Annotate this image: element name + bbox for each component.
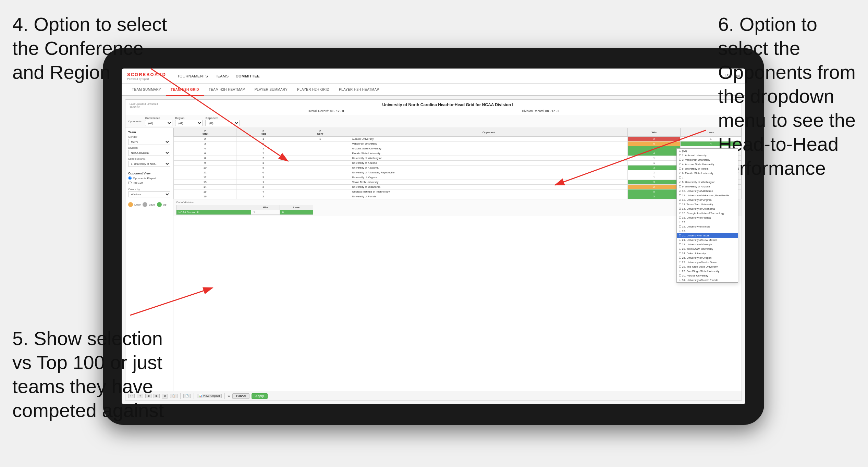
dropdown-item[interactable]: ☐ (All)	[677, 149, 738, 153]
table-row: 10 5 University of Alabama 3 0	[174, 165, 742, 170]
table-row: 3 2 Vanderbilt University 0 4	[174, 142, 742, 146]
col-rank: #Rank	[174, 128, 236, 137]
dropdown-item[interactable]: ☐ 23. Texas A&M University	[677, 247, 738, 251]
table-row: 2 1 1 Auburn University 2 1	[174, 137, 742, 142]
radio-opponents-played[interactable]: Opponents Played	[128, 176, 170, 180]
report-records: Overall Record: 89 - 17 - 0 Division Rec…	[130, 109, 737, 113]
table-body: 2 1 1 Auburn University 2 1 3 2 Vanderbi…	[174, 137, 742, 199]
filters-row: Opponents: Conference (All) Region (All)	[125, 115, 742, 128]
report-body: Team Gender Men's Division NCAA Division…	[125, 128, 742, 391]
legend-down-dot	[128, 202, 133, 207]
dropdown-item[interactable]: ☐ 18. University of Illinois	[677, 224, 738, 229]
table-header-row: #Rank #Reg #Conf Opponent Win Loss	[174, 128, 742, 137]
conference-select[interactable]: (All)	[145, 120, 172, 126]
opponent-select[interactable]: (All)	[205, 120, 240, 126]
tablet: SCOREBOARD Powered by Sport TOURNAMENTS …	[103, 48, 764, 425]
gender-select[interactable]: Men's	[128, 139, 170, 145]
col-win: Win	[628, 128, 681, 137]
dropdown-item[interactable]: ☐ 22. University of Georgia	[677, 242, 738, 247]
dropdown-item[interactable]: ☐ 28. The Ohio State University	[677, 265, 738, 269]
nav-teams[interactable]: TEAMS	[215, 74, 229, 78]
dropdown-item[interactable]: ☐ 9. University of Arizona	[677, 184, 738, 189]
tablet-screen: SCOREBOARD Powered by Sport TOURNAMENTS …	[122, 69, 745, 404]
tab-player-summary[interactable]: PLAYER SUMMARY	[250, 84, 293, 96]
report-container: Last Updated: 4/7/2024 16:55:38 Universi…	[125, 99, 742, 401]
dropdown-item[interactable]: ☐ 7.	[677, 175, 738, 180]
paste-button[interactable]: 📋	[170, 394, 178, 398]
col-reg: #Reg	[236, 128, 290, 137]
opponent-view-radio: Opponents Played Top 100	[128, 176, 170, 184]
dropdown-item[interactable]: ☑ 2. Auburn University	[677, 153, 738, 158]
dropdown-item[interactable]: ☐ 17.	[677, 220, 738, 224]
last-updated: Last Updated: 4/7/2024 16:55:38	[130, 102, 158, 109]
nav-tournaments[interactable]: TOURNAMENTS	[177, 74, 208, 78]
annotation-top-right: 6. Option toselect theOpponents fromthe …	[718, 12, 856, 180]
dropdown-item[interactable]: ☐ 11. University of Arkansas, Fayettevil…	[677, 193, 738, 198]
out-division-row: NCAA Division II 1 0	[176, 210, 313, 215]
clock-button[interactable]: 🕐	[183, 394, 191, 398]
table-row: 15 4 Georgia Institute of Technology 5 1	[174, 189, 742, 194]
apply-button[interactable]: Apply	[252, 393, 268, 399]
annotation-bottom-left: 5. Show selectionvs Top 100 or justteams…	[12, 327, 164, 422]
opponent-view-section: Opponent View Opponents Played Top 100	[128, 172, 170, 184]
team-section: Team Gender Men's Division NCAA Division…	[128, 131, 170, 168]
table-row: 13 1 Texas Tech University 3 0	[174, 180, 742, 185]
dropdown-item[interactable]: ☐ 5. University of Illinois	[677, 167, 738, 171]
dropdown-item[interactable]: ☑ 12. University of Virginia	[677, 198, 738, 202]
dropdown-item[interactable]: ☐ 21. University of New Mexico	[677, 238, 738, 242]
dropdown-item[interactable]: ☐ 31. University of North Florida	[677, 278, 738, 282]
dropdown-item[interactable]: ☑ 20. University of Texas	[677, 233, 738, 238]
dropdown-item[interactable]: ☐ 16. University of Florida	[677, 216, 738, 220]
main-content: Last Updated: 4/7/2024 16:55:38 Universi…	[122, 96, 745, 404]
dropdown-item[interactable]: ☐ 29. San Diego State University	[677, 269, 738, 273]
dropdown-item[interactable]: ☐ 30. Purdue University	[677, 273, 738, 278]
nav-links: TOURNAMENTS TEAMS COMMITTEE	[177, 74, 260, 78]
tab-player-h2h-grid[interactable]: PLAYER H2H GRID	[292, 84, 334, 96]
region-select[interactable]: (All)	[175, 120, 203, 126]
table-row: 4 1 Arizona State University 5 1	[174, 146, 742, 151]
dropdown-item[interactable]: ☐ 24. Duke University	[677, 251, 738, 256]
table-row: 12 3 University of Virginia 1 0	[174, 175, 742, 180]
region-filter: Region (All)	[175, 116, 203, 126]
col-conf: #Conf	[290, 128, 350, 137]
opponent-filter: Opponent (All)	[205, 116, 240, 126]
table-row: 8 2 University of Washington 1 0	[174, 156, 742, 161]
scroll-w: W	[228, 394, 230, 397]
sub-nav: TEAM SUMMARY TEAM H2H GRID TEAM H2H HEAT…	[122, 84, 745, 96]
colour-by-section: Colour by Win/loss	[128, 188, 170, 199]
dropdown-item[interactable]: ☐ 13. Texas Tech University	[677, 202, 738, 207]
cancel-button[interactable]: Cancel	[232, 393, 249, 399]
dropdown-item[interactable]: ☐ 3. Vanderbilt University	[677, 158, 738, 162]
scroll-area: W	[228, 394, 230, 397]
legend: Down Level Up	[128, 202, 170, 207]
dropdown-item[interactable]: ☐ 19.	[677, 229, 738, 233]
tab-player-h2h-heatmap[interactable]: PLAYER H2H HEATMAP	[334, 84, 384, 96]
col-opponent: Opponent	[350, 128, 628, 137]
colour-by-select[interactable]: Win/loss	[128, 191, 170, 197]
out-of-division: Out of division Win Loss	[173, 199, 742, 216]
report-title: University of North Carolina Head-to-Hea…	[158, 102, 737, 107]
tab-team-summary[interactable]: TEAM SUMMARY	[127, 84, 166, 96]
dropdown-item[interactable]: ☑ 6. Florida State University	[677, 171, 738, 175]
tab-team-h2h-heatmap[interactable]: TEAM H2H HEATMAP	[204, 84, 250, 96]
division-select[interactable]: NCAA Division I	[128, 150, 170, 156]
nav-committee[interactable]: COMMITTEE	[236, 74, 260, 78]
dropdown-item[interactable]: ☐ 27. University of Notre Dame	[677, 260, 738, 265]
dropdown-item[interactable]: ☑ 10. University of Alabama	[677, 189, 738, 193]
toolbar-separator-3	[224, 393, 225, 399]
school-select[interactable]: 1. University of Nort...	[128, 161, 170, 167]
toolbar-separator	[180, 393, 181, 399]
table-row: 14 2 University of Oklahoma 2 2	[174, 185, 742, 189]
dropdown-item[interactable]: ☑ 14. University of Oklahoma	[677, 207, 738, 211]
legend-level-dot	[143, 202, 147, 207]
toolbar-separator-2	[194, 393, 194, 399]
out-division-table: Win Loss NCAA Division II 1 0	[176, 205, 313, 215]
tab-team-h2h-grid[interactable]: TEAM H2H GRID	[166, 84, 204, 96]
dropdown-item[interactable]: ☑ 8. University of Washington	[677, 180, 738, 184]
view-button[interactable]: 📊 View: Original	[197, 394, 222, 398]
dropdown-item[interactable]: ☑ 15. Georgia Institute of Technology	[677, 211, 738, 216]
radio-top100[interactable]: Top 100	[128, 181, 170, 184]
table-area: #Rank #Reg #Conf Opponent Win Loss 2	[173, 128, 742, 391]
dropdown-item[interactable]: ☐ 25. University of Oregon	[677, 256, 738, 260]
dropdown-item[interactable]: ☑ 4. Arizona State University	[677, 162, 738, 167]
